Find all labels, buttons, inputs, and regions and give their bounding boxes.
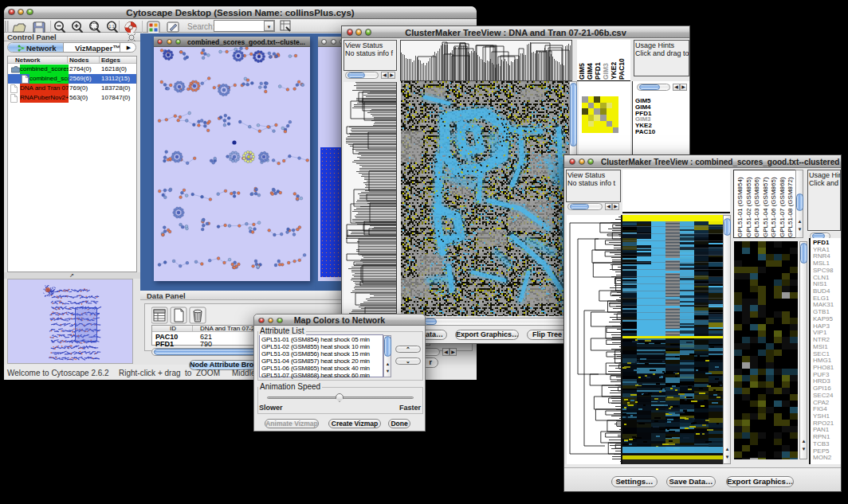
svg-text:GPL51-01 (GSM854): GPL51-01 (GSM854) (736, 177, 744, 237)
svg-text:PFD1: PFD1 (594, 62, 602, 80)
svg-text:GPL51-06 (GSM865): GPL51-06 (GSM865) (770, 177, 777, 237)
svg-text:GIM4: GIM4 (586, 63, 594, 80)
svg-text:GPL51-08 (GSM872): GPL51-08 (GSM872) (787, 177, 794, 237)
svg-text:PAC10: PAC10 (618, 58, 626, 80)
svg-text:GIM5: GIM5 (578, 63, 586, 80)
svg-text:GPL51-03 (GSM856): GPL51-03 (GSM856) (753, 177, 760, 237)
svg-text:GPL51-07 (GSM868): GPL51-07 (GSM868) (779, 177, 786, 237)
svg-text:YKE2: YKE2 (610, 62, 618, 80)
svg-text:GPL51-02 (GSM855): GPL51-02 (GSM855) (745, 177, 752, 237)
svg-text:1:1: 1:1 (109, 24, 115, 29)
svg-text:GPL51-04 (GSM857): GPL51-04 (GSM857) (762, 177, 769, 237)
svg-text:GIM3: GIM3 (602, 63, 610, 80)
